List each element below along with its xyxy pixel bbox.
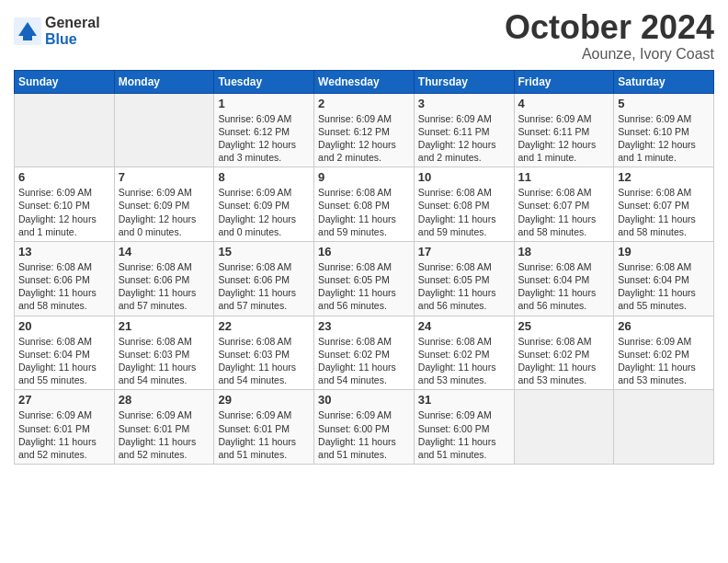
day-info: Sunrise: 6:09 AM Sunset: 6:10 PM Dayligh… [18, 186, 110, 238]
svg-rect-2 [23, 36, 32, 40]
day-number: 3 [418, 97, 510, 110]
day-info: Sunrise: 6:08 AM Sunset: 6:02 PM Dayligh… [418, 335, 510, 387]
logo-text: General Blue [45, 15, 100, 47]
day-cell: 14Sunrise: 6:08 AM Sunset: 6:06 PM Dayli… [114, 241, 214, 316]
day-number: 14 [119, 245, 210, 259]
day-info: Sunrise: 6:08 AM Sunset: 6:06 PM Dayligh… [119, 260, 210, 313]
logo-general-label: General [45, 15, 100, 31]
day-cell: 25Sunrise: 6:08 AM Sunset: 6:02 PM Dayli… [514, 316, 614, 390]
day-info: Sunrise: 6:08 AM Sunset: 6:06 PM Dayligh… [218, 260, 310, 313]
day-cell: 17Sunrise: 6:08 AM Sunset: 6:05 PM Dayli… [414, 241, 514, 316]
day-info: Sunrise: 6:09 AM Sunset: 6:09 PM Dayligh… [119, 186, 210, 238]
day-cell: 5Sunrise: 6:09 AM Sunset: 6:10 PM Daylig… [614, 93, 714, 167]
day-info: Sunrise: 6:08 AM Sunset: 6:03 PM Dayligh… [119, 335, 210, 387]
day-cell: 11Sunrise: 6:08 AM Sunset: 6:07 PM Dayli… [514, 167, 614, 242]
header-wednesday: Wednesday [314, 70, 415, 93]
day-cell: 20Sunrise: 6:08 AM Sunset: 6:04 PM Dayli… [15, 316, 115, 390]
day-number: 12 [618, 170, 710, 184]
day-cell: 27Sunrise: 6:09 AM Sunset: 6:01 PM Dayli… [15, 390, 115, 465]
day-cell: 9Sunrise: 6:08 AM Sunset: 6:08 PM Daylig… [314, 167, 415, 242]
day-number: 30 [318, 393, 410, 407]
day-cell: 13Sunrise: 6:08 AM Sunset: 6:06 PM Dayli… [15, 241, 115, 316]
day-cell: 28Sunrise: 6:09 AM Sunset: 6:01 PM Dayli… [114, 390, 214, 465]
day-info: Sunrise: 6:08 AM Sunset: 6:02 PM Dayligh… [518, 335, 610, 387]
day-number: 19 [618, 245, 710, 259]
day-cell: 3Sunrise: 6:09 AM Sunset: 6:11 PM Daylig… [414, 93, 514, 167]
day-number: 1 [218, 97, 310, 110]
day-info: Sunrise: 6:08 AM Sunset: 6:07 PM Dayligh… [518, 186, 610, 238]
day-number: 21 [119, 319, 210, 333]
day-cell: 21Sunrise: 6:08 AM Sunset: 6:03 PM Dayli… [114, 316, 214, 390]
day-number: 24 [418, 319, 510, 333]
day-cell: 15Sunrise: 6:08 AM Sunset: 6:06 PM Dayli… [214, 241, 314, 316]
day-cell: 1Sunrise: 6:09 AM Sunset: 6:12 PM Daylig… [214, 93, 314, 167]
day-number: 16 [318, 245, 410, 259]
day-number: 28 [119, 393, 210, 407]
calendar-body: 1Sunrise: 6:09 AM Sunset: 6:12 PM Daylig… [15, 93, 714, 464]
day-number: 20 [18, 319, 110, 333]
day-cell: 12Sunrise: 6:08 AM Sunset: 6:07 PM Dayli… [614, 167, 714, 242]
day-info: Sunrise: 6:08 AM Sunset: 6:02 PM Dayligh… [318, 335, 410, 387]
day-info: Sunrise: 6:09 AM Sunset: 6:01 PM Dayligh… [218, 408, 310, 461]
week-row-4: 27Sunrise: 6:09 AM Sunset: 6:01 PM Dayli… [15, 390, 714, 465]
week-row-2: 13Sunrise: 6:08 AM Sunset: 6:06 PM Dayli… [15, 241, 714, 316]
day-number: 25 [518, 319, 610, 333]
logo-icon [14, 17, 41, 45]
day-number: 2 [318, 97, 410, 110]
day-cell: 19Sunrise: 6:08 AM Sunset: 6:04 PM Dayli… [614, 241, 714, 316]
logo: General Blue [14, 15, 100, 47]
calendar-page: General Blue October 2024 Aounze, Ivory … [0, 0, 728, 563]
week-row-1: 6Sunrise: 6:09 AM Sunset: 6:10 PM Daylig… [15, 167, 714, 242]
day-number: 23 [318, 319, 410, 333]
day-info: Sunrise: 6:08 AM Sunset: 6:05 PM Dayligh… [418, 260, 510, 313]
day-info: Sunrise: 6:09 AM Sunset: 6:01 PM Dayligh… [18, 408, 110, 461]
day-cell: 16Sunrise: 6:08 AM Sunset: 6:05 PM Dayli… [314, 241, 415, 316]
day-cell: 2Sunrise: 6:09 AM Sunset: 6:12 PM Daylig… [314, 93, 415, 167]
day-number: 18 [518, 245, 610, 259]
day-number: 17 [418, 245, 510, 259]
day-cell: 8Sunrise: 6:09 AM Sunset: 6:09 PM Daylig… [214, 167, 314, 242]
day-info: Sunrise: 6:08 AM Sunset: 6:05 PM Dayligh… [318, 260, 410, 313]
header-sunday: Sunday [15, 70, 115, 93]
day-number: 10 [418, 170, 510, 184]
day-info: Sunrise: 6:09 AM Sunset: 6:01 PM Dayligh… [119, 408, 210, 461]
header: General Blue October 2024 Aounze, Ivory … [14, 9, 714, 63]
day-info: Sunrise: 6:09 AM Sunset: 6:12 PM Dayligh… [318, 112, 410, 165]
day-number: 5 [618, 97, 710, 110]
day-info: Sunrise: 6:09 AM Sunset: 6:11 PM Dayligh… [418, 112, 510, 165]
day-info: Sunrise: 6:09 AM Sunset: 6:00 PM Dayligh… [418, 408, 510, 461]
location-label: Aounze, Ivory Coast [505, 46, 714, 63]
day-info: Sunrise: 6:09 AM Sunset: 6:10 PM Dayligh… [618, 112, 710, 165]
title-block: October 2024 Aounze, Ivory Coast [505, 9, 714, 63]
day-cell: 6Sunrise: 6:09 AM Sunset: 6:10 PM Daylig… [15, 167, 115, 242]
day-cell: 18Sunrise: 6:08 AM Sunset: 6:04 PM Dayli… [514, 241, 614, 316]
header-friday: Friday [514, 70, 614, 93]
day-number: 9 [318, 170, 410, 184]
day-number: 27 [18, 393, 110, 407]
day-number: 31 [418, 393, 510, 407]
day-info: Sunrise: 6:09 AM Sunset: 6:02 PM Dayligh… [618, 335, 710, 387]
day-cell: 4Sunrise: 6:09 AM Sunset: 6:11 PM Daylig… [514, 93, 614, 167]
day-cell [514, 390, 614, 465]
day-cell: 31Sunrise: 6:09 AM Sunset: 6:00 PM Dayli… [414, 390, 514, 465]
day-number: 8 [218, 170, 310, 184]
header-tuesday: Tuesday [214, 70, 314, 93]
day-number: 7 [119, 170, 210, 184]
day-cell [614, 390, 714, 465]
header-thursday: Thursday [414, 70, 514, 93]
day-info: Sunrise: 6:09 AM Sunset: 6:09 PM Dayligh… [218, 186, 310, 238]
day-cell: 7Sunrise: 6:09 AM Sunset: 6:09 PM Daylig… [114, 167, 214, 242]
week-row-3: 20Sunrise: 6:08 AM Sunset: 6:04 PM Dayli… [15, 316, 714, 390]
day-number: 4 [518, 97, 610, 110]
day-info: Sunrise: 6:08 AM Sunset: 6:04 PM Dayligh… [618, 260, 710, 313]
day-info: Sunrise: 6:09 AM Sunset: 6:12 PM Dayligh… [218, 112, 310, 165]
day-number: 22 [218, 319, 310, 333]
logo-blue-label: Blue [45, 31, 100, 48]
month-title: October 2024 [505, 9, 714, 46]
day-info: Sunrise: 6:08 AM Sunset: 6:04 PM Dayligh… [518, 260, 610, 313]
day-info: Sunrise: 6:08 AM Sunset: 6:08 PM Dayligh… [418, 186, 510, 238]
day-cell: 30Sunrise: 6:09 AM Sunset: 6:00 PM Dayli… [314, 390, 415, 465]
day-cell: 29Sunrise: 6:09 AM Sunset: 6:01 PM Dayli… [214, 390, 314, 465]
day-number: 26 [618, 319, 710, 333]
header-saturday: Saturday [614, 70, 714, 93]
